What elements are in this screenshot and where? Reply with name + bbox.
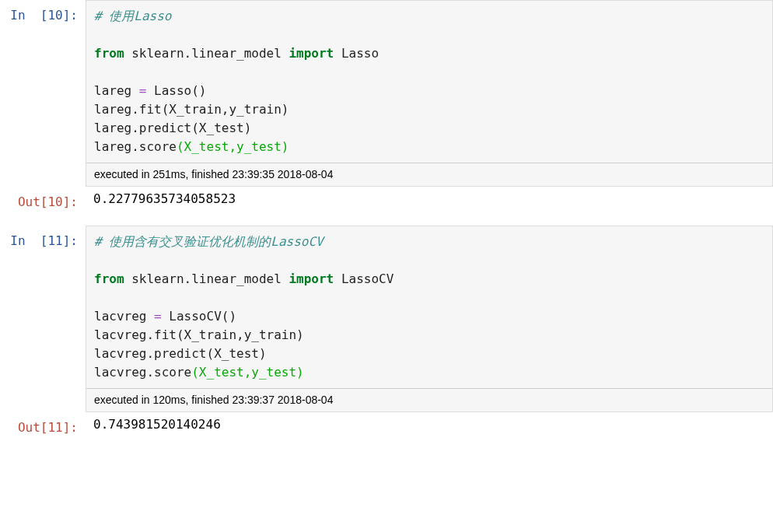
keyword: import (289, 271, 334, 286)
code-token: lacvreg (94, 309, 154, 324)
code-import: LassoCV (334, 271, 393, 286)
code-input[interactable]: # 使用含有交叉验证优化机制的LassoCV from sklearn.line… (86, 226, 773, 412)
code-cell: In [10]: # 使用Lasso from sklearn.linear_m… (0, 0, 773, 187)
parens: (X_test,y_test) (177, 139, 289, 154)
execution-time: executed in 120ms, finished 23:39:37 201… (86, 388, 772, 411)
code-module: sklearn.linear_model (124, 271, 289, 286)
code-token: Lasso (146, 83, 191, 98)
output-cell: Out[10]: 0.22779635734058523 (0, 187, 773, 212)
keyword: from (94, 271, 124, 286)
code-token: lareg.score (94, 139, 177, 154)
input-prompt: In [11]: (0, 226, 86, 250)
code-input[interactable]: # 使用Lasso from sklearn.linear_model impo… (86, 0, 773, 187)
parens: (X_train,y_train) (162, 102, 289, 117)
code-token: lacvreg.predict (94, 346, 207, 361)
code-token: lacvreg.score (94, 365, 191, 380)
code-module: sklearn.linear_model (124, 46, 289, 61)
code-comment: # 使用含有交叉验证优化机制的LassoCV (94, 234, 324, 249)
parens: (X_test) (191, 121, 251, 135)
code-token: lareg.predict (94, 121, 191, 135)
code-import: Lasso (334, 46, 379, 61)
output-text: 0.743981520140246 (86, 412, 773, 437)
parens: () (191, 83, 206, 98)
code-token: lareg (94, 83, 139, 98)
code-token: lareg.fit (94, 102, 162, 117)
output-text: 0.22779635734058523 (86, 187, 773, 212)
parens: () (222, 309, 236, 324)
code-token: LassoCV (162, 309, 222, 324)
keyword: import (289, 46, 334, 61)
cell-spacer (0, 212, 773, 226)
keyword: from (94, 46, 124, 61)
operator: = (154, 309, 162, 324)
parens: (X_test,y_test) (191, 365, 304, 380)
output-cell: Out[11]: 0.743981520140246 (0, 412, 773, 437)
execution-time: executed in 251ms, finished 23:39:35 201… (86, 163, 772, 186)
operator: = (139, 83, 147, 98)
output-prompt: Out[10]: (0, 187, 86, 212)
code-cell: In [11]: # 使用含有交叉验证优化机制的LassoCV from skl… (0, 226, 773, 412)
code-comment: # 使用Lasso (94, 9, 171, 23)
output-prompt: Out[11]: (0, 412, 86, 437)
parens: (X_train,y_train) (177, 327, 304, 342)
input-prompt: In [10]: (0, 0, 86, 25)
parens: (X_test) (207, 346, 267, 361)
code-token: lacvreg.fit (94, 327, 177, 342)
